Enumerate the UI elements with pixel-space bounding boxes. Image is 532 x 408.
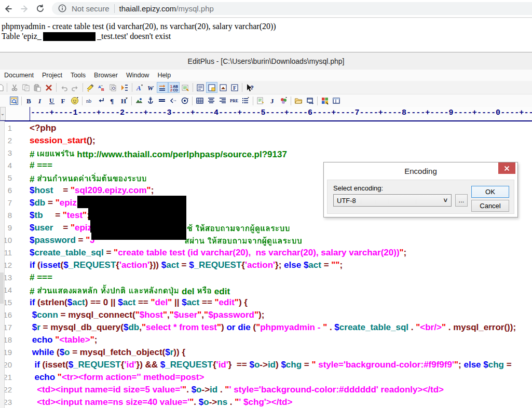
paragraph-button[interactable]: ¶ xyxy=(107,96,118,106)
doc-partial-button[interactable] xyxy=(0,82,5,93)
directory-button[interactable] xyxy=(206,82,217,93)
anchor-button[interactable] xyxy=(145,96,156,106)
reload-button[interactable] xyxy=(32,0,48,17)
ruler-origin-line xyxy=(30,107,30,120)
svg-text:2: 2 xyxy=(170,88,172,92)
find-button[interactable] xyxy=(85,82,96,93)
script-button[interactable] xyxy=(255,96,266,106)
paste-icon xyxy=(33,84,42,92)
italic-i-icon: I xyxy=(36,97,45,105)
list-button[interactable] xyxy=(240,96,251,106)
code-line-text: if (strlen($act) == 0 || $act == "del" |… xyxy=(30,296,248,309)
special-char-button[interactable] xyxy=(69,96,80,106)
screenshot-root: Not secure thaiall.epizy.com/mysql.php p… xyxy=(0,0,532,408)
object-icon xyxy=(181,97,189,105)
syntax-colors-button[interactable] xyxy=(180,82,191,93)
table-button[interactable] xyxy=(194,96,206,106)
code-row-11: 11$create_table_sql = "create table test… xyxy=(0,247,532,259)
window-swap-icon xyxy=(306,97,314,105)
paste-button[interactable] xyxy=(32,82,43,93)
code-row-1: 1<?php xyxy=(0,122,532,134)
menu-document[interactable]: Document xyxy=(0,70,38,81)
font-f-button[interactable]: F xyxy=(58,96,69,106)
toolbar-separator xyxy=(192,97,193,105)
thai-text-run xyxy=(37,287,179,296)
object-button[interactable] xyxy=(179,96,190,106)
delete-button[interactable] xyxy=(43,82,54,93)
toolbar-separator xyxy=(242,83,242,92)
code-row-14: 14# del edit xyxy=(0,284,532,296)
scrollbar-thumb[interactable] xyxy=(0,273,4,304)
linebreak-button[interactable] xyxy=(96,96,107,106)
align-right-button[interactable] xyxy=(217,96,228,106)
menu-tools[interactable]: Tools xyxy=(66,70,90,81)
menu-window[interactable]: Window xyxy=(122,70,153,81)
encoding-select[interactable]: UTF-8 ˅ xyxy=(333,194,452,207)
browse-button[interactable]: ... xyxy=(455,194,468,207)
window-swap-button[interactable] xyxy=(304,96,316,106)
heading-h-button[interactable]: H xyxy=(118,96,130,106)
dialog-close-button[interactable] xyxy=(498,162,515,174)
frame-window-button[interactable] xyxy=(331,96,342,106)
code-row-13: 13# === xyxy=(0,271,532,284)
functions-f-button[interactable]: F xyxy=(229,82,240,93)
redaction-box-db xyxy=(77,196,186,208)
replace-ab-button[interactable]: AB xyxy=(96,82,107,93)
wrap-w-button[interactable]: W xyxy=(145,82,157,93)
pre-button[interactable]: PRE xyxy=(228,96,240,106)
hrule-button[interactable] xyxy=(156,96,168,106)
code-line-text: session_start(); xyxy=(30,134,96,147)
toolbar-separator xyxy=(131,97,132,105)
svg-text:F: F xyxy=(61,97,65,105)
address-bar[interactable]: Not secure thaiall.epizy.com/mysql.php xyxy=(52,2,532,15)
underline-u-button[interactable]: U xyxy=(46,96,58,106)
undo-button[interactable] xyxy=(58,82,70,93)
context-help-icon: ? xyxy=(245,84,254,92)
font-a-button[interactable]: A xyxy=(134,82,145,93)
comment-button[interactable] xyxy=(168,96,179,106)
encoding-value: UTF-8 xyxy=(337,197,356,205)
find-files-button[interactable] xyxy=(107,82,119,93)
svg-text:AB: AB xyxy=(173,84,178,88)
italic-i-button[interactable]: I xyxy=(35,96,46,106)
cancel-button[interactable]: Cancel xyxy=(471,200,509,212)
align-center-button[interactable] xyxy=(206,96,217,106)
toolbar-separator xyxy=(193,83,193,92)
bold-b-button[interactable]: B xyxy=(23,96,35,106)
code-row-2: 2session_start(); xyxy=(0,134,532,147)
code-line-text: $user = "epiz xyxy=(30,222,92,234)
editplus-toolbar-main: ABAW12ABCDF? xyxy=(0,81,532,94)
menu-browser[interactable]: Browser xyxy=(90,70,122,81)
applet-j-button[interactable]: J xyxy=(266,96,278,106)
code-row-10: 10$password = "J xyxy=(0,234,532,247)
spaces-button[interactable] xyxy=(157,82,168,93)
forward-button[interactable] xyxy=(17,0,32,17)
cut-button[interactable] xyxy=(9,82,20,93)
colors-button[interactable] xyxy=(278,96,289,106)
ftp-button[interactable] xyxy=(217,82,229,93)
browser-preview-button[interactable] xyxy=(8,96,20,106)
browser-toolbar: Not secure thaiall.epizy.com/mysql.php xyxy=(0,0,532,18)
folder-open-button[interactable] xyxy=(293,96,304,106)
folder-open-icon xyxy=(294,97,303,105)
context-help-button[interactable]: ? xyxy=(244,82,255,93)
wrap-w-icon: W xyxy=(147,84,155,92)
left-scrollbar[interactable] xyxy=(0,121,5,408)
cliptext-button[interactable] xyxy=(195,82,206,93)
copy-button[interactable] xyxy=(20,82,32,93)
thai-text-run xyxy=(37,149,74,159)
back-button[interactable] xyxy=(1,0,16,17)
next-marker-button[interactable] xyxy=(119,82,130,93)
redo-button[interactable] xyxy=(70,82,81,93)
nbsp-button[interactable]: nb xyxy=(84,96,96,106)
svg-text:CD: CD xyxy=(173,88,178,92)
image-button[interactable] xyxy=(133,96,145,106)
svg-text:PRE: PRE xyxy=(230,99,238,103)
line-numbers-button[interactable]: 12ABCD xyxy=(168,82,180,93)
security-label: Not secure xyxy=(72,4,110,13)
svg-text:nb: nb xyxy=(86,98,91,104)
win-colors-button[interactable] xyxy=(319,96,331,106)
menu-help[interactable]: Help xyxy=(153,70,175,81)
ok-button[interactable]: OK xyxy=(471,186,509,198)
menu-project[interactable]: Project xyxy=(38,70,66,81)
